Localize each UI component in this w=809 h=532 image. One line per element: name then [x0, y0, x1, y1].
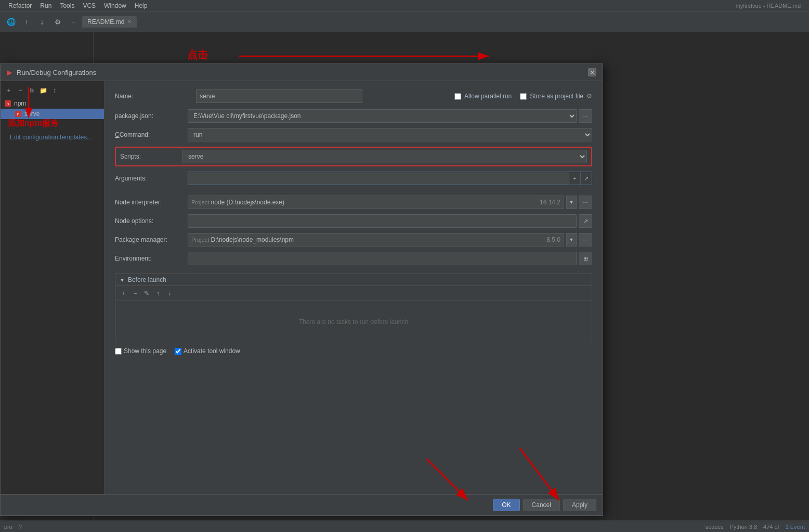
- tree-sort-button[interactable]: ↕: [49, 85, 60, 96]
- scripts-select[interactable]: serve: [182, 150, 587, 163]
- arguments-expand-button[interactable]: ↗: [580, 172, 592, 185]
- tree-npm-label: npm: [14, 100, 26, 107]
- tree-folder-button[interactable]: 📁: [38, 85, 48, 96]
- name-options: Allow parallel run Store as project file…: [454, 93, 592, 100]
- environment-input[interactable]: [188, 252, 577, 265]
- settings-icon[interactable]: ⚙: [51, 15, 64, 29]
- name-input[interactable]: [196, 89, 362, 103]
- edit-templates-bottom-link[interactable]: Edit configuration templates...: [6, 129, 109, 145]
- bottom-options: Show this page Activate tool window: [115, 343, 592, 359]
- config-form-panel: Name: Allow parallel run Store as projec…: [105, 81, 603, 514]
- node-options-row: Node options: ↗: [115, 214, 592, 228]
- menu-run[interactable]: Run: [36, 2, 56, 9]
- menu-vcs[interactable]: VCS: [79, 2, 100, 9]
- interpreter-dropdown-arrow[interactable]: ▼: [566, 196, 577, 209]
- activate-tool-checkbox[interactable]: [175, 348, 181, 355]
- before-launch-remove-button[interactable]: −: [130, 288, 140, 299]
- no-tasks-label: There are no tasks to run before launch: [299, 318, 408, 326]
- node-options-expand-button[interactable]: ↗: [579, 214, 592, 228]
- allow-parallel-checkbox[interactable]: [454, 93, 461, 100]
- before-launch-label: Before launch: [128, 276, 166, 283]
- command-label: CCommand:: [115, 131, 188, 138]
- environment-label: Environment:: [115, 255, 188, 262]
- package-manager-row: Package manager: Project D:\nodejs\node_…: [115, 233, 592, 246]
- minus-icon[interactable]: −: [67, 15, 80, 29]
- toolbar: 🌐 ↑ ↓ ⚙ − README.md ✕: [0, 11, 809, 32]
- pkg-manager-path: D:\nodejs\node_modules\npm: [211, 236, 294, 243]
- interpreter-path: node (D:\nodejs\node.exe): [211, 199, 284, 206]
- before-launch-header: ▼ Before launch: [115, 274, 592, 286]
- menu-tools[interactable]: Tools: [56, 2, 79, 9]
- before-launch-section: ▼ Before launch + − ✎ ↑ ↓ There are no t…: [115, 274, 592, 343]
- tree-add-button[interactable]: +: [4, 85, 14, 96]
- cancel-button[interactable]: Cancel: [523, 499, 560, 511]
- arguments-input-container: + ↗: [188, 172, 592, 185]
- package-json-label: package.json:: [115, 112, 188, 120]
- dialog-close-button[interactable]: ✕: [588, 68, 596, 76]
- status-left: pro: [4, 524, 12, 530]
- event-label[interactable]: 1 Event: [786, 524, 805, 530]
- package-json-select[interactable]: E:\Vue\Vue cli\myfirstvue\package.json: [188, 109, 577, 123]
- python-version-label: Python 3.8: [730, 524, 758, 530]
- menu-window[interactable]: Window: [100, 2, 131, 9]
- pkg-manager-prefix: Project: [191, 237, 209, 243]
- node-interpreter-label: Node interpreter:: [115, 199, 188, 206]
- scripts-label: Scripts:: [120, 153, 182, 160]
- menu-help[interactable]: Help: [131, 2, 152, 9]
- spaces-label: spaces: [706, 524, 724, 530]
- show-page-checkbox[interactable]: [115, 348, 122, 355]
- arguments-add-button[interactable]: +: [569, 172, 580, 185]
- status-bar: pro ? spaces Python 3.8 474 of 1 Event: [0, 521, 809, 532]
- apply-button[interactable]: Apply: [563, 499, 596, 511]
- package-json-row: package.json: E:\Vue\Vue cli\myfirstvue\…: [115, 109, 592, 123]
- arguments-row: Arguments: + ↗: [115, 172, 592, 185]
- before-launch-edit-button[interactable]: ✎: [141, 288, 152, 299]
- name-row: Name: Allow parallel run Store as projec…: [115, 89, 592, 103]
- tree-serve-item[interactable]: n serve: [1, 109, 104, 119]
- tree-npm-item[interactable]: n npm: [1, 98, 104, 109]
- main-area: Edit configuration templates... 点击 添加npm…: [0, 32, 809, 521]
- globe-icon[interactable]: 🌐: [4, 15, 18, 29]
- tab-label: README.md: [87, 18, 124, 25]
- ok-button[interactable]: OK: [493, 499, 519, 511]
- readme-tab[interactable]: README.md ✕: [82, 16, 137, 28]
- show-page-option: Show this page: [115, 347, 166, 355]
- status-right: spaces Python 3.8 474 of 1 Event: [706, 524, 805, 530]
- config-tree-toolbar: + − ⎘ 📁 ↕: [1, 83, 104, 98]
- arguments-input[interactable]: [188, 173, 569, 184]
- pkg-manager-dropdown-arrow[interactable]: ▼: [566, 233, 577, 246]
- before-launch-add-button[interactable]: +: [119, 288, 129, 299]
- package-json-browse-button[interactable]: ···: [579, 109, 592, 123]
- before-launch-collapse-icon[interactable]: ▼: [120, 277, 125, 283]
- tree-remove-button[interactable]: −: [15, 85, 25, 96]
- dialog-titlebar: ▶ Run/Debug Configurations ✕: [1, 64, 603, 81]
- name-label: Name:: [115, 93, 188, 100]
- menu-refactor[interactable]: Refactor: [4, 2, 36, 9]
- before-launch-toolbar: + − ✎ ↑ ↓: [115, 286, 592, 301]
- interpreter-prefix: Project: [191, 199, 209, 205]
- before-launch-up-button[interactable]: ↑: [153, 288, 163, 299]
- command-row: CCommand: run: [115, 128, 592, 141]
- pkg-manager-browse-button[interactable]: ···: [579, 233, 592, 246]
- node-interpreter-row: Node interpreter: Project node (D:\nodej…: [115, 196, 592, 209]
- package-manager-label: Package manager:: [115, 236, 188, 243]
- node-options-label: Node options:: [115, 217, 188, 225]
- scroll-up-icon[interactable]: ↑: [20, 15, 33, 29]
- serve-npm-icon: n: [15, 111, 21, 117]
- tab-close-icon[interactable]: ✕: [127, 19, 132, 24]
- activate-tool-option: Activate tool window: [175, 347, 240, 355]
- node-options-input[interactable]: [188, 214, 577, 228]
- interpreter-browse-button[interactable]: ···: [579, 196, 592, 209]
- environment-browse-button[interactable]: ⊞: [579, 252, 592, 265]
- command-select[interactable]: run: [188, 128, 592, 141]
- tree-copy-button[interactable]: ⎘: [27, 85, 37, 96]
- settings-gear-icon[interactable]: ⚙: [586, 93, 592, 100]
- help-icon[interactable]: ?: [19, 524, 22, 530]
- store-project-checkbox[interactable]: [520, 93, 527, 100]
- scroll-down-icon[interactable]: ↓: [35, 15, 49, 29]
- before-launch-down-button[interactable]: ↓: [164, 288, 175, 299]
- interpreter-version: 16.14.2: [540, 199, 560, 206]
- before-launch-body: There are no tasks to run before launch: [115, 301, 592, 343]
- pkg-manager-version: 8.5.0: [546, 236, 560, 243]
- click-annotation: 点击: [187, 48, 208, 62]
